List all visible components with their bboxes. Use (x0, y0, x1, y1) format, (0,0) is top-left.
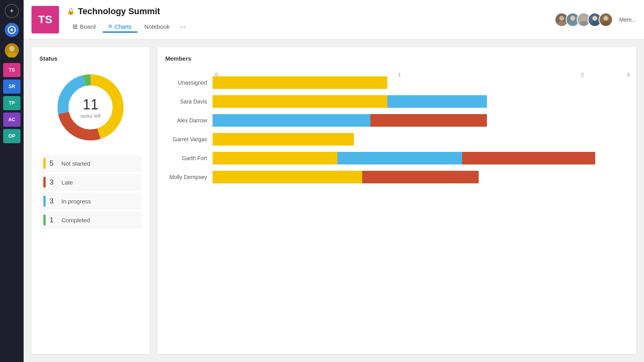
sidebar-item-ts[interactable]: TS (3, 63, 20, 77)
bar-segment-blue (337, 152, 462, 164)
svg-point-10 (592, 16, 597, 20)
app-logo (5, 23, 19, 37)
bar-segment-red (462, 152, 595, 164)
tasks-count: 11 (80, 96, 100, 113)
project-icon: TS (31, 6, 59, 33)
svg-point-6 (570, 16, 575, 20)
page-title: Technology Summit (78, 6, 160, 17)
sidebar: + TS SR TP AC OP (0, 0, 24, 362)
axis-label-1: 1 (398, 72, 401, 78)
legend-count-in-progress: 3 (50, 197, 57, 205)
status-legend: 5 Not started 3 Late 3 In progress 1 Com… (39, 155, 142, 229)
axis-label-2: 2 (581, 72, 584, 78)
bar-segment-yellow (213, 133, 354, 146)
member-avatar-5[interactable] (599, 13, 613, 27)
bar-label-sara-davis: Sara Davis (165, 98, 213, 105)
bar-row-garth-fort: Garth Fort (165, 151, 628, 166)
user-avatar[interactable] (5, 43, 19, 57)
tab-notebook[interactable]: Notebook (139, 22, 175, 33)
bar-segment-blue (387, 95, 487, 108)
bar-label-garth-fort: Garth Fort (165, 155, 213, 161)
legend-color-not-started (43, 158, 46, 169)
bar-track-molly-dempsey (213, 171, 628, 183)
legend-not-started: 5 Not started (39, 155, 142, 172)
bar-label-alex-darrow: Alex Darrow (165, 117, 213, 124)
svg-point-13 (602, 21, 610, 26)
more-button[interactable]: ··· (177, 21, 189, 33)
bar-track-unassigned (213, 76, 628, 89)
tab-charts[interactable]: ≡ Charts (103, 21, 137, 33)
legend-in-progress: 3 In progress (39, 192, 142, 210)
axis-label-3: 3 (627, 72, 630, 78)
legend-count-late: 3 (50, 178, 57, 187)
bar-segment-red (362, 171, 479, 183)
status-card-title: Status (39, 55, 142, 62)
legend-label-late: Late (61, 179, 73, 186)
bar-row-unassigned: Unassigned (165, 75, 628, 90)
bar-row-sara-davis: Sara Davis (165, 94, 628, 109)
sidebar-item-op[interactable]: OP (3, 129, 20, 143)
bar-row-molly-dempsey: Molly Dempsey (165, 170, 628, 185)
svg-point-5 (558, 21, 566, 26)
bar-track-alex-darrow (213, 114, 628, 127)
donut-chart: 11 tasks left (51, 68, 130, 147)
svg-point-7 (569, 21, 577, 26)
header-title-nav: 🔒 Technology Summit ⊞ Board ≡ Charts Not… (67, 6, 551, 33)
bar-segment-yellow (213, 152, 337, 164)
legend-color-in-progress (43, 196, 46, 207)
header-right: Mem... (551, 13, 636, 27)
add-button[interactable]: + (5, 4, 19, 18)
status-card: Status 11 tasks (31, 47, 150, 354)
legend-color-completed (43, 214, 46, 225)
tasks-label: tasks left (80, 113, 100, 119)
bar-segment-yellow (213, 76, 387, 89)
svg-point-4 (559, 16, 564, 20)
donut-chart-container: 11 tasks left (39, 68, 142, 147)
members-card-title: Members (165, 55, 628, 62)
bar-segment-red (370, 114, 487, 127)
bar-segment-yellow (213, 171, 362, 183)
legend-completed: 1 Completed (39, 211, 142, 229)
bar-row-alex-darrow: Alex Darrow (165, 113, 628, 128)
bar-label-garret-vargas: Garret Vargas (165, 136, 213, 142)
legend-color-late (43, 177, 46, 188)
svg-point-2 (9, 46, 15, 52)
members-chart: 0 1 2 3 Unassigned (165, 68, 628, 185)
charts-icon: ≡ (108, 23, 112, 30)
axis-label-0: 0 (215, 72, 218, 78)
sidebar-item-tp[interactable]: TP (3, 96, 20, 110)
legend-label-not-started: Not started (61, 160, 90, 167)
content-area: Status 11 tasks (24, 39, 644, 362)
main-content: TS 🔒 Technology Summit ⊞ Board ≡ Charts … (24, 0, 644, 362)
bar-label-unassigned: Unassigned (165, 79, 213, 86)
bar-label-molly-dempsey: Molly Dempsey (165, 174, 213, 180)
svg-point-11 (591, 21, 599, 26)
svg-point-9 (580, 21, 588, 26)
tab-board[interactable]: ⊞ Board (67, 21, 101, 33)
bar-track-sara-davis (213, 95, 628, 108)
svg-point-12 (603, 16, 608, 20)
lock-icon: 🔒 (67, 7, 75, 15)
legend-label-in-progress: In progress (61, 198, 91, 205)
svg-point-3 (7, 52, 17, 57)
title-row: 🔒 Technology Summit (67, 6, 551, 17)
sidebar-item-sr[interactable]: SR (3, 79, 20, 94)
sidebar-item-ac[interactable]: AC (3, 113, 20, 127)
legend-count-completed: 1 (50, 216, 57, 224)
bar-track-garret-vargas (213, 133, 628, 146)
legend-late: 3 Late (39, 174, 142, 191)
bar-segment-blue (213, 114, 370, 127)
svg-point-1 (11, 29, 13, 31)
bar-segment-yellow (213, 95, 387, 108)
members-card: Members 0 1 2 3 (157, 47, 636, 354)
svg-point-8 (581, 16, 586, 20)
donut-center: 11 tasks left (80, 96, 100, 119)
board-icon: ⊞ (72, 23, 78, 30)
legend-label-completed: Completed (61, 217, 90, 223)
header: TS 🔒 Technology Summit ⊞ Board ≡ Charts … (24, 0, 644, 39)
bar-row-garret-vargas: Garret Vargas (165, 132, 628, 147)
members-label[interactable]: Mem... (619, 17, 636, 23)
legend-count-not-started: 5 (50, 159, 57, 168)
bar-track-garth-fort (213, 152, 628, 164)
nav-tabs: ⊞ Board ≡ Charts Notebook ··· (67, 21, 551, 33)
